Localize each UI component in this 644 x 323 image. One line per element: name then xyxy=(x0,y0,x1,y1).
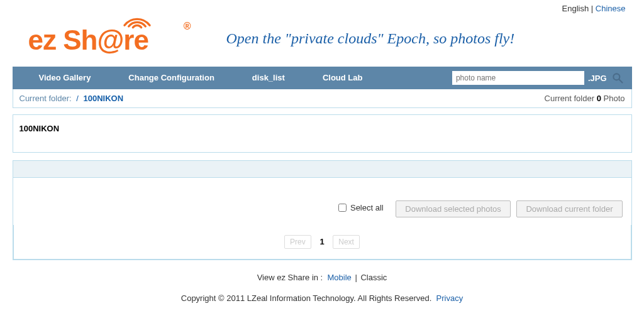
folder-box: 100NIKON xyxy=(13,114,632,153)
language-switch: English | Chinese xyxy=(13,0,632,13)
photo-count: Current folder 0 Photo xyxy=(545,94,625,103)
tagline: Open the "private clouds" Epoch, so phot… xyxy=(226,30,515,47)
copyright-text: Copyright © 2011 LZeal Information Techn… xyxy=(181,293,432,303)
select-all[interactable]: Select all xyxy=(338,203,384,212)
view-mobile-link[interactable]: Mobile xyxy=(327,273,351,282)
lang-chinese[interactable]: Chinese xyxy=(596,4,626,13)
status-row: Current folder: / 100NIKON Current folde… xyxy=(13,89,632,108)
next-button[interactable]: Next xyxy=(333,235,360,249)
select-all-label: Select all xyxy=(350,203,384,212)
pagination: Prev 1 Next xyxy=(13,225,631,260)
privacy-link[interactable]: Privacy xyxy=(436,293,464,303)
download-folder-button[interactable]: Download current folder xyxy=(516,200,622,217)
prev-button[interactable]: Prev xyxy=(284,235,311,249)
actions-panel: Select all Download selected photos Down… xyxy=(13,160,632,260)
logo-at: @ xyxy=(97,25,123,56)
logo-text-suffix: re xyxy=(123,25,148,55)
breadcrumb-slash: / xyxy=(76,94,79,103)
logo-text-prefix: ez Sh xyxy=(28,25,97,55)
select-all-checkbox[interactable] xyxy=(338,204,347,212)
breadcrumb: Current folder: / 100NIKON xyxy=(19,94,124,103)
search-input[interactable] xyxy=(452,71,584,85)
nav-video-gallery[interactable]: Video Gallery xyxy=(20,67,110,89)
photo-count-number: 0 xyxy=(597,94,601,103)
logo: ez Sh@re ® xyxy=(28,13,189,57)
lang-english[interactable]: English xyxy=(562,4,589,13)
search-box: .JPG xyxy=(452,71,625,85)
breadcrumb-folder[interactable]: 100NIKON xyxy=(83,94,123,103)
view-label: View ez Share in : xyxy=(257,273,323,282)
svg-line-1 xyxy=(619,80,622,83)
navbar: Video Gallery Change Configuration disk_… xyxy=(13,67,632,89)
nav-change-configuration[interactable]: Change Configuration xyxy=(109,67,233,89)
logo-registered: ® xyxy=(184,21,191,32)
view-classic: Classic xyxy=(360,273,387,282)
view-separator: | xyxy=(355,273,357,282)
footer: View ez Share in : Mobile | Classic Copy… xyxy=(13,260,632,309)
folder-name: 100NIKON xyxy=(19,124,60,133)
search-ext-label: .JPG xyxy=(588,74,607,83)
nav-cloud-lab[interactable]: Cloud Lab xyxy=(304,67,382,89)
page-current: 1 xyxy=(314,235,329,248)
photo-count-suffix: Photo xyxy=(604,94,625,103)
breadcrumb-label: Current folder: xyxy=(19,94,72,103)
nav-disk-list[interactable]: disk_list xyxy=(233,67,304,89)
photo-count-prefix: Current folder xyxy=(545,94,594,103)
search-icon[interactable] xyxy=(611,71,625,85)
download-selected-button[interactable]: Download selected photos xyxy=(396,200,511,217)
lang-separator: | xyxy=(591,4,593,13)
